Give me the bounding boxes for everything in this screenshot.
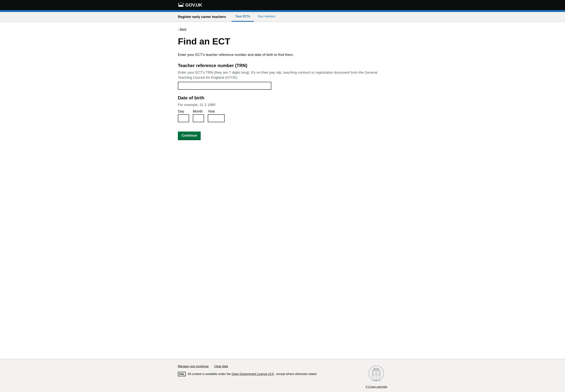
page-heading: Find an ECT <box>178 37 387 46</box>
dob-year-input[interactable] <box>208 114 225 122</box>
svg-point-6 <box>373 371 376 375</box>
licence-suffix: , except where otherwise stated <box>275 372 317 376</box>
date-inputs: Day Month Year <box>178 109 387 122</box>
crown-copyright-link[interactable]: © Crown copyright <box>366 385 387 388</box>
svg-rect-0 <box>179 5 183 5</box>
trn-label: Teacher reference number (TRN) <box>178 63 387 68</box>
manage-prototype-link[interactable]: Manage your prototype <box>178 365 209 368</box>
footer-left: Manage your prototype Clear data OGL All… <box>178 365 366 378</box>
back-link[interactable]: ‹ Back <box>178 28 186 31</box>
royal-coat-of-arms-icon <box>367 365 386 383</box>
licence-text: All content is available under the <box>188 372 231 376</box>
nav-item-your-ects: Your ECTs <box>232 12 254 22</box>
licence-link[interactable]: Open Government Licence v3.0 <box>232 372 274 376</box>
service-name[interactable]: Register early career teachers <box>178 12 230 22</box>
year-label: Year <box>208 109 225 113</box>
govuk-logo-text: GOV.UK <box>185 2 202 8</box>
nav-links: Your ECTs Your mentors <box>232 12 279 22</box>
dob-month-input[interactable] <box>193 114 204 122</box>
ogl-logo: OGL <box>178 372 186 376</box>
nav-link-your-mentors[interactable]: Your mentors <box>254 12 279 22</box>
footer-right: © Crown copyright <box>366 365 387 388</box>
dob-form-group: Date of birth For example, 31 3 1980 Day… <box>178 95 387 122</box>
day-input-group: Day <box>178 109 189 122</box>
footer: Manage your prototype Clear data OGL All… <box>0 359 565 392</box>
svg-point-7 <box>377 371 380 375</box>
main-content: ‹ Back Find an ECT Enter your ECT's teac… <box>0 22 565 359</box>
intro-text: Enter your ECT's teacher reference numbe… <box>178 52 387 57</box>
month-label: Month <box>193 109 204 113</box>
trn-form-group: Teacher reference number (TRN) Enter you… <box>178 63 387 90</box>
day-label: Day <box>178 109 189 113</box>
govuk-logo-link[interactable]: GOV.UK <box>178 2 202 8</box>
footer-nav: Manage your prototype Clear data <box>178 365 366 368</box>
crown-icon <box>178 2 184 8</box>
dob-hint: For example, 31 3 1980 <box>178 102 387 107</box>
svg-rect-1 <box>178 5 183 7</box>
continue-button[interactable]: Continue <box>178 132 201 140</box>
year-input-group: Year <box>208 109 225 122</box>
header-border <box>0 10 565 12</box>
header: GOV.UK <box>0 0 565 12</box>
nav-item-your-mentors: Your mentors <box>254 12 279 22</box>
back-link-label: Back <box>180 28 186 31</box>
trn-input[interactable] <box>178 82 271 90</box>
trn-hint: Enter your ECT's TRN (they are 7 digits … <box>178 70 387 80</box>
crown-copyright: © Crown copyright <box>366 365 387 388</box>
footer-licence: OGL All content is available under the O… <box>178 372 366 376</box>
dob-day-input[interactable] <box>178 114 189 122</box>
nav-link-your-ects[interactable]: Your ECTs <box>232 12 254 22</box>
dob-label: Date of birth <box>178 95 387 100</box>
navigation: Register early career teachers Your ECTs… <box>0 12 565 22</box>
licence-description: All content is available under the Open … <box>188 372 317 376</box>
clear-data-link[interactable]: Clear data <box>214 365 228 368</box>
back-chevron-icon: ‹ <box>178 28 179 31</box>
month-input-group: Month <box>193 109 204 122</box>
